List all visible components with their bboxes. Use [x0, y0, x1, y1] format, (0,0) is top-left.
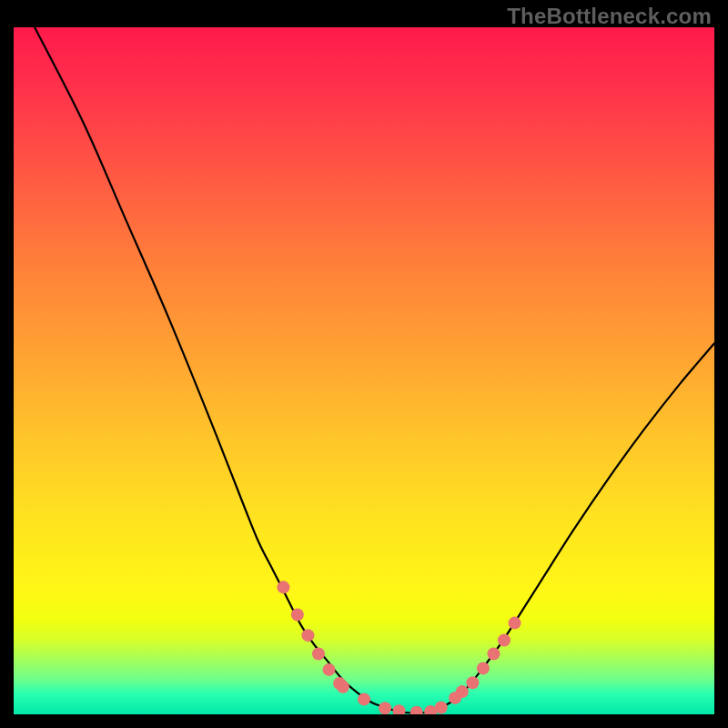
highlight-dot: [337, 681, 349, 693]
highlight-dot: [477, 662, 490, 674]
highlight-dot: [393, 704, 406, 714]
highlight-dot: [410, 706, 423, 714]
highlight-dot: [509, 617, 521, 630]
highlight-dot: [301, 629, 314, 642]
highlight-dot: [312, 648, 325, 661]
highlight-dot: [358, 693, 370, 705]
highlight-dot: [323, 663, 336, 676]
highlight-dot: [435, 701, 448, 713]
plot-area: [14, 27, 714, 714]
highlight-dot: [456, 685, 469, 698]
highlight-dot: [291, 609, 304, 622]
curve-line: [35, 27, 714, 713]
chart-container: TheBottleneck.com: [0, 0, 728, 728]
highlight-dot: [487, 648, 500, 661]
highlight-dot: [498, 633, 511, 646]
highlight-dot: [277, 581, 289, 593]
highlight-dot: [466, 676, 479, 689]
highlight-dots: [277, 581, 521, 714]
chart-svg: [14, 27, 714, 714]
highlight-dot: [379, 702, 391, 714]
watermark-label: TheBottleneck.com: [507, 4, 712, 29]
